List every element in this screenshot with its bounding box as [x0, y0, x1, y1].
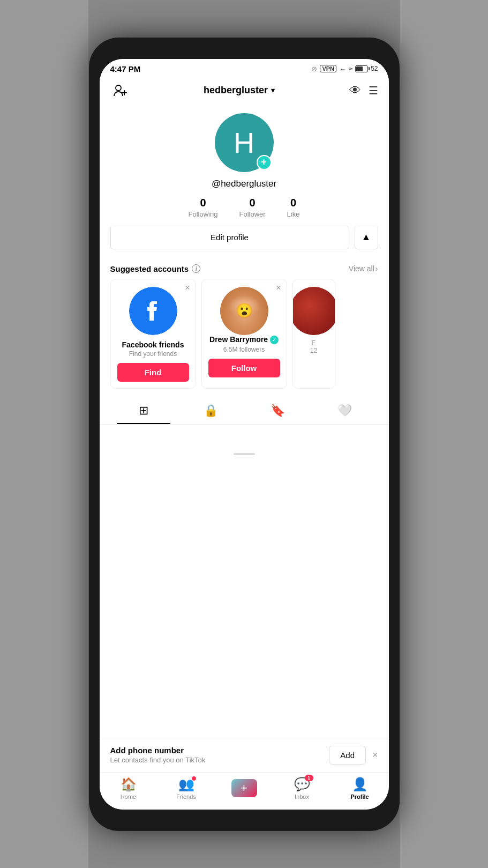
status-icons: ⊘ VPN ← ≈ 52 — [311, 65, 378, 73]
drew-name-row: Drew Barrymore ✓ — [209, 335, 279, 345]
status-time: 4:47 PM — [110, 64, 141, 73]
drew-card-name: Drew Barrymore — [209, 335, 268, 344]
lock-icon: 🔒 — [204, 404, 218, 418]
signal-icon: ⊘ — [311, 65, 317, 73]
chevron-right-icon: › — [376, 264, 378, 273]
username-text: hedbergluster — [204, 85, 268, 96]
inbox-badge: 1 — [305, 775, 313, 781]
add-friend-button[interactable] — [110, 81, 130, 100]
profile-nav-icon: 👤 — [352, 777, 368, 792]
nav-create[interactable]: + — [228, 779, 260, 797]
empty-content — [100, 425, 389, 489]
phone-screen: 4:47 PM ⊘ VPN ← ≈ 52 — [100, 59, 389, 810]
follow-drew-button[interactable]: Follow — [208, 359, 280, 377]
partial-card-avatar — [292, 287, 335, 335]
suggested-title-text: Suggested accounts — [110, 264, 189, 273]
repost-icon: 🔖 — [271, 404, 285, 418]
phone-number-banner: Add phone number Let contacts find you o… — [100, 738, 389, 772]
friends-notification-dot — [191, 776, 197, 781]
add-phone-button[interactable]: Add — [329, 746, 366, 765]
scroll-indicator — [234, 453, 255, 455]
battery-icon — [355, 65, 368, 72]
following-stat[interactable]: 0 Following — [189, 197, 218, 218]
create-button[interactable]: + — [231, 779, 257, 797]
main-content: H + @hedbergluster 0 Following 0 Followe… — [100, 105, 389, 738]
status-bar: 4:47 PM ⊘ VPN ← ≈ 52 — [100, 59, 389, 77]
edit-profile-button[interactable]: Edit profile — [110, 226, 349, 249]
username-dropdown[interactable]: hedbergluster ▾ — [204, 85, 275, 96]
phone-banner-actions: Add × — [329, 746, 378, 765]
drew-avatar: 😮 — [220, 287, 268, 335]
vpn-label: VPN — [320, 65, 336, 72]
follower-label: Follower — [239, 210, 265, 218]
add-photo-button[interactable]: + — [257, 155, 272, 170]
close-drew-card[interactable]: × — [276, 284, 281, 292]
back-icon: ← — [339, 65, 346, 73]
dismiss-phone-banner-button[interactable]: × — [372, 750, 378, 761]
grid-icon: ⊞ — [139, 404, 148, 418]
nav-profile[interactable]: 👤 Profile — [344, 777, 376, 800]
tab-private[interactable]: 🔒 — [177, 397, 244, 424]
info-icon[interactable]: i — [192, 264, 200, 273]
suggested-header: Suggested accounts i View all › — [100, 258, 389, 279]
avatar-wrapper: H + — [215, 113, 274, 172]
wifi-icon: ≈ — [349, 65, 352, 73]
partial-card-sub: 12 — [310, 347, 317, 354]
facebook-card-sub: Find your friends — [129, 350, 177, 358]
nav-inbox[interactable]: 💬 1 Inbox — [286, 777, 318, 800]
suggested-cards: × Facebook friends Find your friends Fin… — [100, 279, 389, 397]
drew-face-icon: 😮 — [220, 287, 268, 335]
nav-friends[interactable]: 👥 Friends — [170, 777, 202, 800]
avatar-initial: H — [234, 126, 254, 159]
friends-icon: 👥 — [178, 777, 194, 792]
friends-label: Friends — [176, 793, 196, 800]
profile-label: Profile — [350, 793, 369, 800]
drew-card-sub: 6.5M followers — [223, 346, 265, 353]
find-facebook-friends-button[interactable]: Find — [117, 363, 189, 382]
view-all-text: View all — [349, 264, 374, 273]
phone-banner-title: Add phone number — [110, 746, 329, 755]
follower-count: 0 — [249, 197, 255, 209]
user-handle: @hedbergluster — [212, 179, 276, 189]
suggested-title: Suggested accounts i — [110, 264, 201, 273]
home-label: Home — [121, 793, 136, 800]
share-profile-button[interactable]: ▲ — [355, 226, 378, 249]
home-icon: 🏠 — [121, 777, 137, 792]
nav-home[interactable]: 🏠 Home — [112, 777, 145, 800]
inbox-icon: 💬 1 — [294, 777, 310, 792]
facebook-avatar — [129, 287, 177, 335]
verified-icon: ✓ — [270, 336, 279, 344]
close-facebook-card[interactable]: × — [185, 284, 190, 292]
phone-banner-sub: Let contacts find you on TikTok — [110, 756, 329, 764]
follower-stat[interactable]: 0 Follower — [239, 197, 265, 218]
bottom-nav: 🏠 Home 👥 Friends + 💬 1 — [100, 772, 389, 810]
likes-label: Like — [287, 210, 300, 218]
view-all-button[interactable]: View all › — [349, 264, 378, 273]
dropdown-caret: ▾ — [271, 86, 275, 94]
eye-icon[interactable]: 👁 — [349, 84, 361, 98]
tab-reposts[interactable]: 🔖 — [244, 397, 311, 424]
following-label: Following — [189, 210, 218, 218]
top-nav: hedbergluster ▾ 👁 ☰ — [100, 77, 389, 105]
likes-count: 0 — [290, 197, 296, 209]
tab-posts[interactable]: ⊞ — [110, 397, 177, 424]
facebook-card: × Facebook friends Find your friends Fin… — [110, 279, 196, 389]
facebook-logo-icon — [129, 287, 177, 335]
partial-card: E 12 — [292, 279, 335, 389]
stats-row: 0 Following 0 Follower 0 Like — [189, 197, 300, 218]
phone-banner-text: Add phone number Let contacts find you o… — [110, 746, 329, 764]
svg-point-0 — [116, 85, 121, 91]
following-count: 0 — [200, 197, 206, 209]
profile-actions: Edit profile ▲ — [110, 226, 378, 249]
facebook-card-name: Facebook friends — [122, 340, 184, 349]
tab-liked[interactable]: 🤍 — [311, 397, 378, 424]
inbox-label: Inbox — [295, 793, 309, 800]
create-button-wrapper: + — [231, 779, 257, 797]
content-tabs: ⊞ 🔒 🔖 🤍 — [100, 397, 389, 425]
heart-icon: 🤍 — [337, 404, 352, 418]
menu-icon[interactable]: ☰ — [369, 84, 378, 97]
profile-section: H + @hedbergluster 0 Following 0 Followe… — [100, 105, 389, 258]
likes-stat[interactable]: 0 Like — [287, 197, 300, 218]
battery-fill — [356, 66, 363, 71]
drew-barrymore-card: × 😮 Drew Barrymore ✓ 6.5M followers Foll… — [201, 279, 287, 389]
